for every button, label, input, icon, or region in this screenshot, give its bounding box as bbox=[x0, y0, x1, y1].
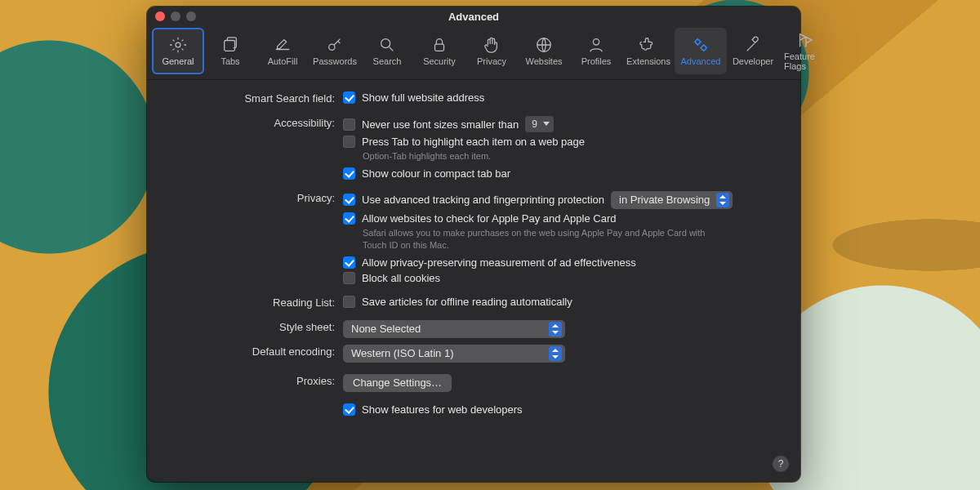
advanced-tracking-checkbox[interactable] bbox=[343, 194, 355, 206]
press-tab-label: Press Tab to highlight each item on a we… bbox=[362, 136, 585, 148]
block-cookies-label: Block all cookies bbox=[362, 272, 440, 284]
preferences-window: Advanced General Tabs AutoFill Passwords… bbox=[147, 7, 800, 482]
lock-icon bbox=[430, 36, 448, 54]
encoding-label: Default encoding: bbox=[163, 345, 343, 358]
toolbar-feature-flags[interactable]: Feature Flags bbox=[779, 28, 831, 74]
tracking-scope-popup[interactable]: in Private Browsing bbox=[611, 191, 733, 209]
toolbar-label: Passwords bbox=[313, 56, 357, 66]
toolbar-label: Tabs bbox=[220, 56, 239, 66]
toolbar-label: Security bbox=[423, 56, 456, 66]
toolbar-label: Feature Flags bbox=[784, 51, 826, 71]
toolbar-autofill[interactable]: AutoFill bbox=[256, 28, 309, 74]
proxies-label: Proxies: bbox=[163, 374, 343, 387]
change-proxies-button[interactable]: Change Settings… bbox=[343, 374, 452, 392]
encoding-value: Western (ISO Latin 1) bbox=[351, 347, 453, 359]
updown-icon bbox=[549, 322, 562, 336]
press-tab-hint: Option-Tab highlights each item. bbox=[363, 150, 714, 163]
toolbar-websites[interactable]: Websites bbox=[518, 28, 570, 74]
save-offline-label: Save articles for offline reading automa… bbox=[362, 296, 572, 308]
person-icon bbox=[587, 36, 605, 54]
svg-point-0 bbox=[176, 42, 180, 47]
style-sheet-value: None Selected bbox=[351, 323, 421, 335]
toolbar-general[interactable]: General bbox=[152, 28, 204, 74]
style-sheet-label: Style sheet: bbox=[163, 320, 343, 333]
svg-point-3 bbox=[381, 39, 390, 48]
show-developer-label: Show features for web developers bbox=[362, 403, 523, 416]
toolbar-label: Privacy bbox=[477, 56, 506, 66]
style-sheet-popup[interactable]: None Selected bbox=[343, 320, 565, 338]
show-developer-checkbox[interactable] bbox=[343, 403, 355, 416]
help-icon: ? bbox=[778, 458, 784, 470]
reading-list-label: Reading List: bbox=[163, 296, 343, 309]
privacy-label: Privacy: bbox=[163, 191, 343, 204]
puzzle-icon bbox=[639, 36, 657, 54]
key-icon bbox=[326, 36, 344, 54]
toolbar-label: Advanced bbox=[681, 56, 721, 66]
tabs-icon bbox=[221, 36, 239, 54]
titlebar: Advanced bbox=[147, 7, 800, 26]
updown-icon bbox=[716, 193, 729, 207]
apple-pay-checkbox[interactable] bbox=[343, 212, 355, 225]
apple-pay-hint: Safari allows you to make purchases on t… bbox=[363, 227, 714, 252]
svg-point-7 bbox=[696, 40, 701, 45]
apple-pay-label: Allow websites to check for Apple Pay an… bbox=[362, 212, 616, 225]
min-font-label: Never use font sizes smaller than bbox=[362, 118, 519, 131]
search-icon bbox=[378, 36, 396, 54]
toolbar-label: Developer bbox=[733, 56, 773, 66]
toolbar-tabs[interactable]: Tabs bbox=[204, 28, 256, 74]
min-font-checkbox[interactable] bbox=[343, 118, 355, 131]
chevron-down-icon bbox=[542, 118, 550, 130]
svg-rect-4 bbox=[435, 44, 444, 51]
advanced-tracking-label: Use advanced tracking and fingerprinting… bbox=[362, 194, 604, 206]
show-full-address-label: Show full website address bbox=[362, 91, 484, 104]
toolbar-extensions[interactable]: Extensions bbox=[622, 28, 675, 74]
tracking-scope-value: in Private Browsing bbox=[619, 194, 710, 206]
window-title: Advanced bbox=[147, 11, 800, 23]
toolbar-label: AutoFill bbox=[268, 56, 298, 66]
ad-measurement-checkbox[interactable] bbox=[343, 256, 355, 269]
flags-icon bbox=[796, 31, 814, 49]
show-full-address-checkbox[interactable] bbox=[343, 91, 355, 104]
svg-point-6 bbox=[593, 39, 599, 45]
min-font-value: 9 bbox=[532, 118, 537, 130]
help-button[interactable]: ? bbox=[773, 456, 789, 472]
pencil-icon bbox=[274, 36, 292, 54]
globe-icon bbox=[535, 36, 553, 54]
toolbar-security[interactable]: Security bbox=[413, 28, 466, 74]
show-colour-checkbox[interactable] bbox=[343, 167, 355, 180]
save-offline-checkbox[interactable] bbox=[343, 296, 355, 308]
change-proxies-label: Change Settings… bbox=[353, 376, 442, 389]
toolbar-passwords[interactable]: Passwords bbox=[309, 28, 361, 74]
toolbar-label: General bbox=[162, 56, 194, 66]
ad-measurement-label: Allow privacy-preserving measurement of … bbox=[362, 256, 636, 269]
svg-point-8 bbox=[702, 46, 706, 50]
block-cookies-checkbox[interactable] bbox=[343, 272, 355, 284]
accessibility-label: Accessibility: bbox=[163, 116, 343, 129]
smart-search-label: Smart Search field: bbox=[163, 91, 343, 105]
toolbar-developer[interactable]: Developer bbox=[727, 28, 779, 74]
svg-point-2 bbox=[329, 44, 335, 50]
svg-rect-1 bbox=[225, 41, 235, 51]
hand-icon bbox=[483, 36, 501, 54]
toolbar-profiles[interactable]: Profiles bbox=[570, 28, 622, 74]
empty-label bbox=[163, 403, 343, 404]
encoding-popup[interactable]: Western (ISO Latin 1) bbox=[343, 345, 565, 363]
toolbar-label: Extensions bbox=[626, 56, 670, 66]
toolbar-label: Websites bbox=[525, 56, 562, 66]
gears-icon bbox=[692, 36, 710, 54]
toolbar-search[interactable]: Search bbox=[361, 28, 413, 74]
toolbar-label: Profiles bbox=[581, 56, 612, 66]
gear-icon bbox=[169, 36, 187, 54]
min-font-stepper[interactable]: 9 bbox=[525, 116, 554, 132]
toolbar-label: Search bbox=[373, 56, 402, 66]
preferences-toolbar: General Tabs AutoFill Passwords Search S… bbox=[147, 26, 800, 80]
toolbar-privacy[interactable]: Privacy bbox=[466, 28, 518, 74]
press-tab-checkbox[interactable] bbox=[343, 136, 355, 148]
tools-icon bbox=[744, 36, 762, 54]
show-colour-label: Show colour in compact tab bar bbox=[362, 167, 510, 180]
toolbar-advanced[interactable]: Advanced bbox=[675, 28, 727, 74]
updown-icon bbox=[549, 346, 562, 361]
advanced-pane: Smart Search field: Show full website ad… bbox=[147, 80, 800, 482]
